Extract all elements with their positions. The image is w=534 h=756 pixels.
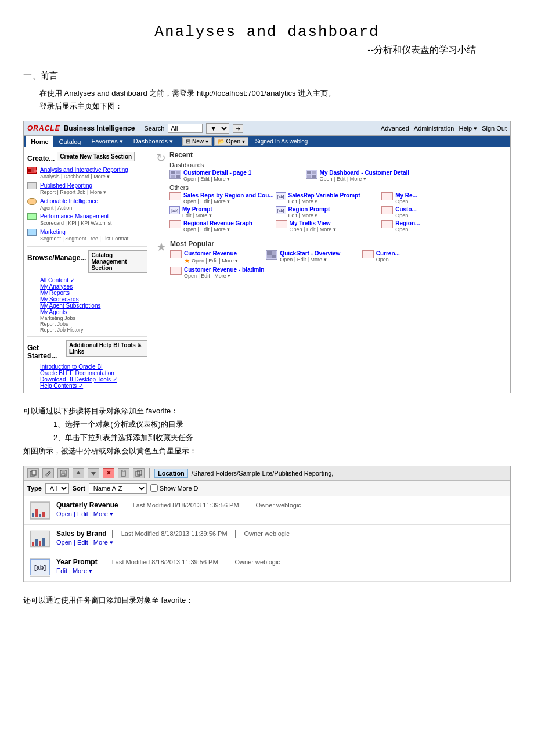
catalog-item-yearprompt: [ab] Year Prompt │ Last Modified 8/18/20… [24,553,510,582]
bi-topbar: ORACLE Business Intelligence Search ▼ ➜ … [24,121,510,136]
tab-favorites[interactable]: Favorites ▾ [86,136,127,147]
salesbybrand-more[interactable]: More ▾ [93,539,113,546]
other-item-region: Region... Open [381,220,439,232]
salesbybrand-separator2: │ [234,530,238,537]
paste-icon-btn[interactable] [118,468,129,478]
search-dropdown[interactable]: ▼ [206,123,229,134]
admin-link[interactable]: Administration [414,125,454,132]
refresh-icon: ↻ [156,151,166,165]
quarterly-links: Open | Edit | More ▾ [56,510,504,518]
sbar-3 [39,541,41,546]
dashboard-icon-2 [306,170,317,179]
bar-4 [42,512,45,517]
yearprompt-links: Edit | More ▾ [56,567,504,575]
save-icon-btn[interactable] [57,468,69,478]
other-text-1: Sales Reps by Region and Cou... Open | E… [183,192,274,204]
popular-icon-3 [170,267,182,275]
signout-link[interactable]: Sign Out [482,125,507,132]
salesbybrand-meta: Last Modified 8/18/2013 11:39:56 PM [121,530,228,537]
bi-title: Business Intelligence [64,124,135,132]
create-tasks-label: Create New Tasks Section [57,152,135,161]
yearprompt-title-row: Year Prompt │ Last Modified 8/18/2013 11… [56,558,504,566]
yearprompt-edit[interactable]: Edit [56,567,67,574]
popular-text-1: Customer Revenue ★ Open | Edit | More ▾ [184,250,238,265]
tab-dashboards[interactable]: Dashboards ▾ [129,136,178,147]
copy2-icon-btn[interactable] [133,468,145,478]
analysis-icon-1 [169,192,181,200]
signed-in-label: Signed In As weblog [255,138,308,145]
ab-icon-2: [ab] [169,206,180,214]
show-more-checkbox[interactable] [150,484,158,492]
dashboard-icon-1 [169,170,181,179]
edit-icon-btn[interactable] [42,468,54,478]
location-label: Location [154,469,188,478]
ab-icon-3: [ab] [276,206,286,214]
ab-prompt-icon: [ab] [30,559,50,575]
analysis-icon-myre [381,192,393,200]
quarterly-icon [30,501,50,520]
quarterly-content: Quarterly Revenue │ Last Modified 8/18/2… [56,501,504,518]
go-button[interactable]: ➜ [233,124,243,133]
dashboards-subtitle: Dashboards [169,161,439,168]
other-item-6: My Trellis View Open | Edit | More ▾ [276,220,380,232]
copy-icon-btn[interactable] [27,468,39,478]
other-item-my-re: My Re... Open [381,192,439,204]
yearprompt-content: Year Prompt │ Last Modified 8/18/2013 11… [56,558,504,575]
other-item-2: [ab] SalesRep Variable Prompt Edit | Mor… [276,192,380,204]
quarterly-separator2: │ [246,502,250,509]
item-actionable: Actionable Intelligence Agent | Action [27,197,147,212]
quarterly-title: Quarterly Revenue [56,501,118,509]
search-input[interactable] [168,124,203,133]
quarterly-open[interactable]: Open [56,510,72,517]
sort-dropdown[interactable]: Name A-Z [89,483,147,494]
recent-title: Recent [169,151,439,159]
salesbybrand-title: Sales by Brand [56,530,107,538]
advanced-link[interactable]: Advanced [381,125,409,132]
quarterly-edit[interactable]: Edit [77,510,88,517]
salesbybrand-edit[interactable]: Edit [77,539,88,546]
dashboard-text-2: My Dashboard - Customer Detail Open | Ed… [320,170,409,182]
analysis-icon-custo [381,206,393,214]
body-text-2: 登录后显示主页如下图： [39,100,511,113]
salesbybrand-open[interactable]: Open [56,539,72,546]
topbar-right: Advanced Administration Help ▾ Sign Out [381,125,507,132]
quarterly-meta: Last Modified 8/18/2013 11:39:56 PM [133,502,239,509]
body-text-1: 在使用 Analyses and dashboard 之前，需登录 http:/… [39,87,511,100]
show-more-container: Show More D [150,484,199,492]
new-button[interactable]: ⊟ New ▾ [182,137,212,146]
list-item-2: 2、单击下拉列表并选择添加到收藏夹任务 [53,431,511,444]
quarterly-bar-chart [30,502,50,519]
other-text-region: Region... Open [395,220,420,232]
bi-screenshot: ORACLE Business Intelligence Search ▼ ➜ … [23,121,511,393]
item-reporting: Published Reporting Report | Report Job … [27,182,147,196]
marketing-text: Marketing Segment | Segment Tree | List … [40,228,128,243]
perf-icon [27,213,38,221]
catalog-screenshot: ✕ Location /Shared Folders/Sample Lite/P… [23,466,511,582]
other-item-1: Sales Reps by Region and Cou... Open | E… [169,192,274,204]
bi-main-content: Create... Create New Tasks Section Analy… [24,147,510,392]
marketing-icon [27,229,38,237]
bar-1 [32,513,34,517]
tab-catalog[interactable]: Catalog [55,136,86,147]
bar-2 [35,509,38,517]
yearprompt-meta: Last Modified 8/18/2013 11:39:56 PM [112,559,218,566]
delete-icon-btn[interactable]: ✕ [103,468,114,478]
analysis-icon-2 [169,220,181,228]
dashboard-text-1: Customer Detail - page 1 Open | Edit | M… [183,170,251,182]
tab-home[interactable]: Home [26,136,53,147]
oracle-logo: ORACLE [27,124,60,132]
others-subtitle: Others [169,184,439,191]
svg-rect-6 [122,470,125,471]
bi-right-panel: ↻ Recent Dashboards Customer Detail - pa… [151,147,510,392]
quarterly-more[interactable]: More ▾ [93,510,113,517]
open-button[interactable]: 📂 Open ▾ [214,137,248,146]
yearprompt-more[interactable]: More ▾ [73,567,92,574]
down-icon-btn[interactable] [88,468,99,478]
popular-text-3: Customer Revenue - biadmin Open | Edit |… [184,267,264,279]
up-icon-btn[interactable] [73,468,84,478]
type-label: Type [27,485,42,492]
type-dropdown[interactable]: All [45,483,69,494]
help-link[interactable]: Help ▾ [459,125,478,132]
other-text-4: Region Prompt Edit | More ▾ [288,206,330,218]
catalog-mgmt-label: Catalog Management Section [88,250,147,273]
